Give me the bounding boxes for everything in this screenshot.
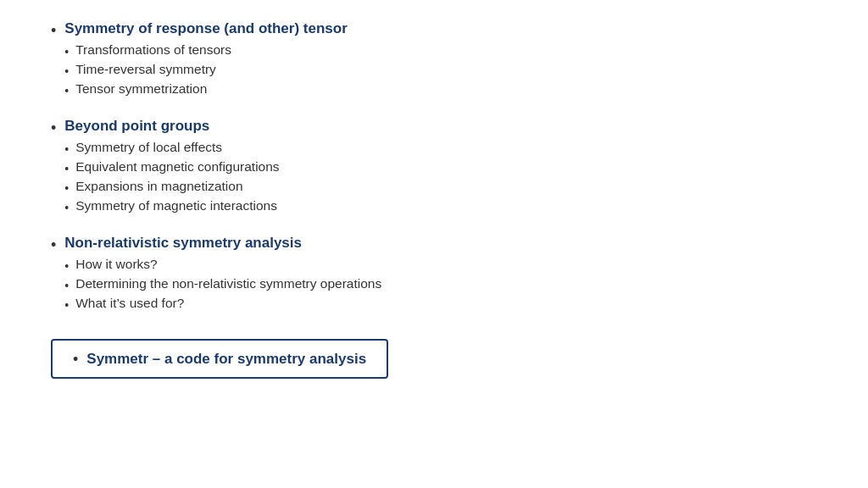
section-content-1: Symmetry of response (and other) tensor … bbox=[64, 20, 347, 101]
section-content-2: Beyond point groups • Symmetry of local … bbox=[64, 118, 279, 218]
section-content-3: Non-relativistic symmetry analysis • How… bbox=[64, 235, 381, 315]
sub-list-3: • How it works? • Determining the non-re… bbox=[64, 257, 381, 315]
sub-list-2: • Symmetry of local effects • Equivalent… bbox=[64, 140, 279, 218]
main-list: • Symmetry of response (and other) tenso… bbox=[51, 20, 834, 379]
sub-item-label-1-1: Transformations of tensors bbox=[75, 42, 231, 58]
section-beyond-point-groups: • Beyond point groups • Symmetry of loca… bbox=[51, 118, 834, 218]
sub-item-2-2: • Equivalent magnetic configurations bbox=[64, 159, 279, 175]
bullet-main-2: • bbox=[51, 119, 56, 137]
main-content: • Symmetry of response (and other) tenso… bbox=[0, 0, 868, 416]
section-label-2: Beyond point groups bbox=[64, 118, 279, 135]
sub-item-1-1: • Transformations of tensors bbox=[64, 42, 347, 58]
bullet-sub-3-2: • bbox=[64, 279, 69, 292]
bullet-sub-1-3: • bbox=[64, 84, 69, 97]
bullet-sub-2-3: • bbox=[64, 181, 69, 195]
sub-item-3-1: • How it works? bbox=[64, 257, 381, 273]
sub-item-2-4: • Symmetry of magnetic interactions bbox=[64, 198, 279, 214]
sub-item-label-1-2: Time-reversal symmetry bbox=[75, 62, 216, 77]
bullet-main-1: • bbox=[51, 22, 56, 40]
bullet-sub-2-4: • bbox=[64, 201, 69, 214]
sub-item-label-3-3: What it’s used for? bbox=[75, 296, 184, 311]
bullet-sub-2-1: • bbox=[64, 142, 69, 156]
sub-item-label-3-1: How it works? bbox=[75, 257, 157, 272]
bullet-sub-2-2: • bbox=[64, 162, 69, 175]
sub-item-2-3: • Expansions in magnetization bbox=[64, 179, 279, 195]
sub-item-label-2-3: Expansions in magnetization bbox=[75, 179, 242, 194]
highlighted-label: Symmetr – a code for symmetry analysis bbox=[86, 351, 366, 368]
section-non-relativistic: • Non-relativistic symmetry analysis • H… bbox=[51, 235, 834, 315]
sub-item-label-2-2: Equivalent magnetic configurations bbox=[75, 159, 279, 175]
bullet-sub-3-1: • bbox=[64, 259, 69, 273]
sub-item-label-2-1: Symmetry of local effects bbox=[75, 140, 222, 155]
bullet-sub-3-3: • bbox=[64, 298, 69, 312]
sub-item-label-1-3: Tensor symmetrization bbox=[75, 81, 207, 97]
section-label-1: Symmetry of response (and other) tensor bbox=[64, 20, 347, 37]
sub-item-label-3-2: Determining the non-relativistic symmetr… bbox=[75, 276, 381, 291]
bullet-sub-1-1: • bbox=[64, 45, 69, 58]
highlighted-box: • Symmetr – a code for symmetry analysis bbox=[51, 339, 388, 379]
bullet-sub-1-2: • bbox=[64, 64, 69, 78]
bullet-main-highlighted: • bbox=[73, 351, 78, 369]
sub-item-2-1: • Symmetry of local effects bbox=[64, 140, 279, 156]
sub-item-3-3: • What it’s used for? bbox=[64, 296, 381, 312]
bullet-main-3: • bbox=[51, 236, 56, 254]
section-response-tensor: • Symmetry of response (and other) tenso… bbox=[51, 20, 834, 101]
sub-item-label-2-4: Symmetry of magnetic interactions bbox=[75, 198, 277, 214]
section-symmetr: • Symmetr – a code for symmetry analysis bbox=[51, 332, 834, 379]
sub-item-1-2: • Time-reversal symmetry bbox=[64, 62, 347, 78]
sub-item-3-2: • Determining the non-relativistic symme… bbox=[64, 276, 381, 292]
sub-list-1: • Transformations of tensors • Time-reve… bbox=[64, 42, 347, 101]
section-label-3: Non-relativistic symmetry analysis bbox=[64, 235, 381, 252]
sub-item-1-3: • Tensor symmetrization bbox=[64, 81, 347, 97]
